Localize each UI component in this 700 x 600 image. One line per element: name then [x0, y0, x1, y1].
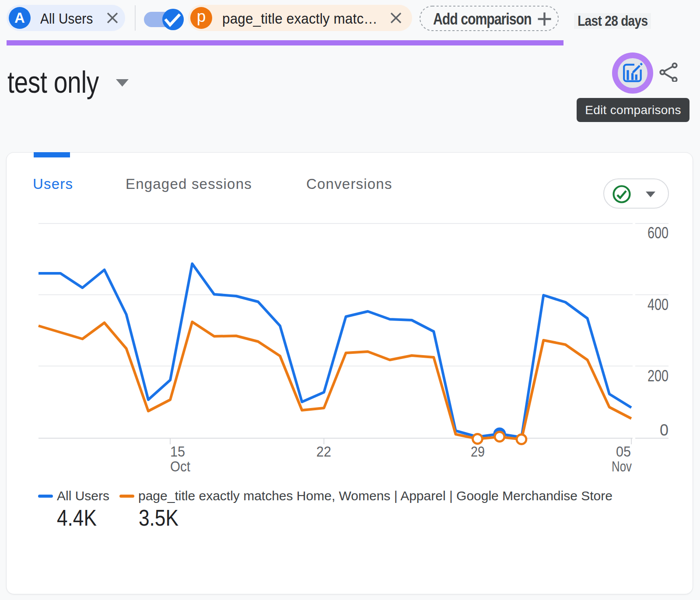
svg-text:600: 600 [648, 224, 668, 242]
svg-text:15: 15 [170, 443, 185, 460]
svg-text:400: 400 [648, 296, 668, 314]
svg-text:0: 0 [660, 421, 668, 439]
svg-text:200: 200 [648, 367, 668, 385]
svg-text:29: 29 [471, 443, 485, 460]
svg-text:05: 05 [616, 443, 631, 460]
svg-text:Nov: Nov [612, 458, 632, 474]
svg-text:Oct: Oct [170, 458, 190, 474]
svg-text:22: 22 [316, 443, 331, 460]
